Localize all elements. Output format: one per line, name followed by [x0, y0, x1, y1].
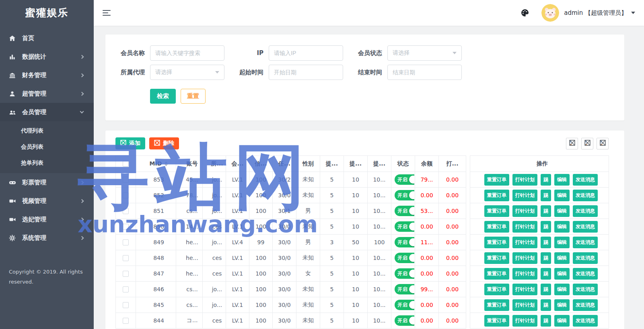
row-checkbox[interactable]	[123, 208, 129, 214]
row-checkbox[interactable]	[123, 239, 129, 245]
field-input-1[interactable]	[269, 45, 343, 61]
sidebar-item-7[interactable]: 选妃管理	[0, 210, 94, 229]
row-checkbox[interactable]	[123, 177, 129, 183]
sidebar-item-2[interactable]: 财务管理	[0, 66, 94, 84]
sidebar-item-8[interactable]: 系统管理	[0, 229, 94, 247]
kick-button[interactable]: 踢	[541, 190, 551, 201]
send-message-button[interactable]: 发送消息	[573, 205, 598, 217]
kick-button[interactable]: 踢	[541, 252, 551, 264]
inject-plan-button[interactable]: 打针计划	[512, 268, 537, 280]
reset-order-button[interactable]: 重置订单	[484, 237, 509, 248]
kick-button[interactable]: 踢	[541, 299, 551, 311]
reset-order-button[interactable]: 重置订单	[484, 284, 509, 295]
edit-button[interactable]: 编辑	[554, 221, 570, 233]
sidebar-subitem-1[interactable]: 会员列表	[0, 139, 94, 155]
row-checkbox[interactable]	[123, 286, 129, 292]
inject-plan-button[interactable]: 打针计划	[512, 299, 537, 311]
user-menu[interactable]: admin 【超级管理员】	[564, 9, 635, 17]
kick-button[interactable]: 踢	[541, 221, 551, 233]
reset-order-button[interactable]: 重置订单	[484, 190, 509, 201]
edit-button[interactable]: 编辑	[554, 284, 570, 295]
send-message-button[interactable]: 发送消息	[573, 174, 598, 186]
status-toggle[interactable]: 开启	[395, 300, 414, 310]
sidebar-item-6[interactable]: 视频管理	[0, 192, 94, 210]
field-input-5[interactable]	[387, 65, 462, 80]
inject-plan-button[interactable]: 打针计划	[512, 221, 537, 233]
edit-button[interactable]: 编辑	[554, 299, 570, 311]
sidebar-item-5[interactable]: 彩票管理	[0, 173, 94, 192]
menu-toggle-icon[interactable]	[103, 8, 111, 17]
toolbar-icon-button-2[interactable]	[581, 138, 593, 149]
status-toggle[interactable]: 开启	[395, 190, 414, 200]
reset-order-button[interactable]: 重置订单	[484, 221, 509, 233]
sidebar-item-3[interactable]: 超管管理	[0, 84, 94, 103]
send-message-button[interactable]: 发送消息	[573, 190, 598, 201]
palette-icon[interactable]	[521, 8, 529, 17]
search-button[interactable]: 检索	[150, 89, 176, 104]
kick-button[interactable]: 踢	[541, 284, 551, 295]
send-message-button[interactable]: 发送消息	[573, 284, 598, 295]
send-message-button[interactable]: 发送消息	[573, 221, 598, 233]
inject-plan-button[interactable]: 打针计划	[512, 205, 537, 217]
status-toggle[interactable]: 开启	[395, 237, 414, 247]
row-checkbox[interactable]	[123, 318, 129, 324]
status-toggle[interactable]: 开启	[395, 284, 414, 294]
sidebar-item-1[interactable]: 数据统计	[0, 47, 94, 66]
reset-order-button[interactable]: 重置订单	[484, 205, 509, 217]
sidebar-item-4[interactable]: 会员管理	[0, 103, 94, 121]
status-toggle[interactable]: 开启	[395, 253, 414, 263]
kick-button[interactable]: 踢	[541, 268, 551, 280]
inject-plan-button[interactable]: 打针计划	[512, 284, 537, 295]
send-message-button[interactable]: 发送消息	[573, 315, 598, 327]
edit-button[interactable]: 编辑	[554, 268, 570, 280]
send-message-button[interactable]: 发送消息	[573, 237, 598, 248]
sidebar-item-0[interactable]: 首页	[0, 29, 94, 47]
sort-icon[interactable]	[165, 160, 168, 168]
send-message-button[interactable]: 发送消息	[573, 299, 598, 311]
status-toggle[interactable]: 开启	[395, 315, 414, 326]
sidebar-subitem-2[interactable]: 抢单列表	[0, 155, 94, 171]
status-toggle[interactable]: 开启	[395, 268, 414, 279]
edit-button[interactable]: 编辑	[554, 237, 570, 248]
status-toggle[interactable]: 开启	[395, 221, 414, 232]
row-checkbox[interactable]	[123, 302, 129, 308]
reset-order-button[interactable]: 重置订单	[484, 174, 509, 186]
reset-order-button[interactable]: 重置订单	[484, 299, 509, 311]
add-button[interactable]: 添加	[115, 137, 145, 149]
field-select-2[interactable]: 请选择	[387, 45, 462, 61]
delete-button[interactable]: 删除	[149, 137, 179, 149]
reset-order-button[interactable]: 重置订单	[484, 268, 509, 280]
kick-button[interactable]: 踢	[541, 174, 551, 186]
status-toggle[interactable]: 开启	[395, 174, 414, 185]
edit-button[interactable]: 编辑	[554, 252, 570, 264]
reset-order-button[interactable]: 重置订单	[484, 252, 509, 264]
user-avatar-pig-icon[interactable]	[541, 4, 559, 22]
field-input-4[interactable]	[269, 65, 343, 80]
reset-button[interactable]: 重置	[181, 89, 206, 104]
toolbar-icon-button-3[interactable]	[597, 138, 609, 149]
row-checkbox[interactable]	[123, 192, 129, 198]
toolbar-icon-button-1[interactable]	[566, 138, 578, 149]
status-toggle[interactable]: 开启	[395, 206, 414, 216]
row-checkbox[interactable]	[123, 271, 129, 277]
send-message-button[interactable]: 发送消息	[573, 252, 598, 264]
edit-button[interactable]: 编辑	[554, 190, 570, 201]
inject-plan-button[interactable]: 打针计划	[512, 190, 537, 201]
edit-button[interactable]: 编辑	[554, 174, 570, 186]
edit-button[interactable]: 编辑	[554, 315, 570, 327]
inject-plan-button[interactable]: 打针计划	[512, 315, 537, 327]
kick-button[interactable]: 踢	[541, 205, 551, 217]
sidebar-subitem-0[interactable]: 代理列表	[0, 123, 94, 139]
inject-plan-button[interactable]: 打针计划	[512, 252, 537, 264]
row-checkbox[interactable]	[123, 255, 129, 261]
kick-button[interactable]: 踢	[541, 315, 551, 327]
kick-button[interactable]: 踢	[541, 237, 551, 248]
send-message-button[interactable]: 发送消息	[573, 268, 598, 280]
row-checkbox[interactable]	[123, 224, 129, 230]
inject-plan-button[interactable]: 打针计划	[512, 237, 537, 248]
select-all-checkbox[interactable]	[123, 161, 129, 167]
inject-plan-button[interactable]: 打针计划	[512, 174, 537, 186]
field-select-3[interactable]: 请选择	[150, 65, 224, 80]
edit-button[interactable]: 编辑	[554, 205, 570, 217]
field-input-0[interactable]	[150, 45, 224, 61]
